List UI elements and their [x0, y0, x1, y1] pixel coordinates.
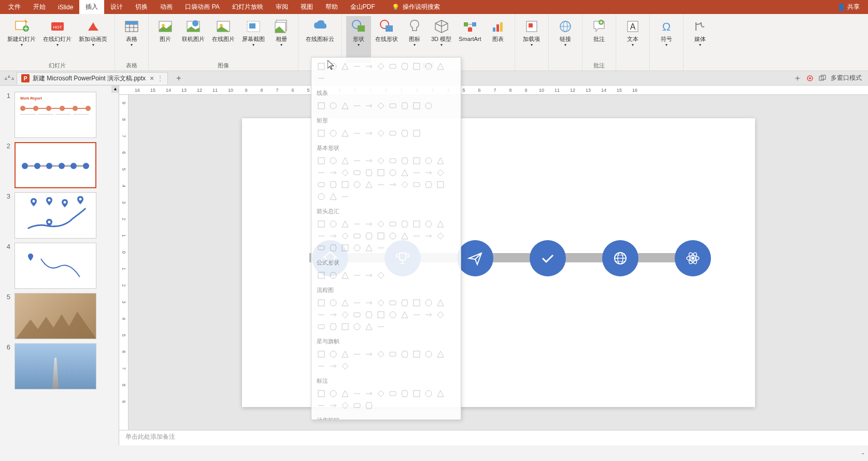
shape-item[interactable]: [375, 348, 387, 360]
shape-item[interactable]: [411, 348, 422, 360]
timeline-circle-4[interactable]: [530, 240, 566, 276]
menu-pocket-anim[interactable]: 口袋动画 PA: [179, 0, 225, 14]
shape-item[interactable]: [435, 297, 446, 309]
shape-item[interactable]: [399, 128, 410, 139]
shape-item[interactable]: [328, 360, 339, 372]
symbols-button[interactable]: Ω 符号 ▾: [654, 16, 679, 63]
shape-item[interactable]: [435, 230, 446, 242]
multi-window-label[interactable]: 多窗口模式: [831, 74, 862, 82]
shape-item[interactable]: [328, 155, 339, 166]
shape-item[interactable]: [339, 100, 351, 111]
shape-item[interactable]: [351, 400, 363, 411]
shape-item[interactable]: [399, 218, 410, 230]
shape-item[interactable]: [328, 230, 339, 242]
shape-item[interactable]: [328, 400, 339, 411]
shape-item[interactable]: [328, 321, 339, 332]
shape-item[interactable]: [387, 167, 399, 178]
shape-item[interactable]: [363, 155, 375, 166]
menu-transitions[interactable]: 切换: [129, 0, 154, 14]
shape-item[interactable]: [339, 360, 351, 372]
shape-item[interactable]: [423, 155, 434, 166]
shape-item[interactable]: [423, 179, 434, 190]
shape-item[interactable]: [375, 100, 387, 111]
shape-item[interactable]: [399, 167, 410, 178]
slide-item-2[interactable]: 2: [0, 140, 119, 190]
media-button[interactable]: 媒体 ▾: [688, 16, 713, 63]
shape-item[interactable]: [387, 230, 399, 242]
shape-item[interactable]: [435, 167, 446, 178]
shape-item[interactable]: [339, 167, 351, 178]
shape-item[interactable]: [328, 297, 339, 309]
shape-item[interactable]: [363, 309, 375, 320]
shape-item[interactable]: [316, 400, 327, 411]
share-button[interactable]: 👤 共享: [831, 3, 866, 11]
shape-item[interactable]: [411, 218, 422, 230]
shape-item[interactable]: [375, 388, 387, 399]
shape-item[interactable]: [316, 388, 327, 399]
shape-item[interactable]: [411, 388, 422, 399]
canvas-wrap[interactable]: [119, 95, 868, 430]
shape-item[interactable]: [387, 297, 399, 309]
menu-view[interactable]: 视图: [294, 0, 319, 14]
shape-item[interactable]: [423, 61, 434, 72]
shape-item[interactable]: [399, 61, 410, 72]
shape-item[interactable]: [411, 309, 422, 320]
shape-item[interactable]: [316, 270, 327, 281]
shape-item[interactable]: [316, 242, 327, 254]
shape-item[interactable]: [375, 179, 387, 190]
slide-item-4[interactable]: 4: [0, 241, 119, 291]
shape-item[interactable]: [399, 348, 410, 360]
new-anim-button[interactable]: 新加动画页 ▾: [76, 16, 110, 63]
help-search[interactable]: 💡 操作说明搜索: [392, 3, 440, 11]
shape-item[interactable]: [328, 100, 339, 111]
shape-item[interactable]: [411, 61, 422, 72]
timeline-circle-6[interactable]: [675, 240, 711, 276]
shape-item[interactable]: [423, 167, 434, 178]
shape-item[interactable]: [387, 388, 399, 399]
shape-item[interactable]: [339, 297, 351, 309]
shape-item[interactable]: [363, 242, 375, 254]
shape-item[interactable]: [435, 388, 446, 399]
shape-item[interactable]: [339, 242, 351, 254]
shape-item[interactable]: [328, 191, 339, 202]
shape-item[interactable]: [351, 348, 363, 360]
shape-item[interactable]: [363, 388, 375, 399]
shape-item[interactable]: [363, 100, 375, 111]
shape-item[interactable]: [339, 400, 351, 411]
shape-item[interactable]: [351, 230, 363, 242]
shape-item[interactable]: [363, 230, 375, 242]
shape-item[interactable]: [387, 61, 399, 72]
shape-item[interactable]: [339, 191, 351, 202]
doc-tab[interactable]: P 新建 Microsoft PowerPoint 演示文稿.pptx × ⋮: [17, 72, 168, 85]
shape-item[interactable]: [351, 128, 363, 139]
shape-item[interactable]: [339, 179, 351, 190]
table-button[interactable]: 表格 ▾: [119, 16, 144, 63]
shape-item[interactable]: [411, 100, 422, 111]
iconcloud-button[interactable]: 在线图标云: [303, 16, 337, 63]
shape-item[interactable]: [435, 218, 446, 230]
shape-item[interactable]: [316, 128, 327, 139]
slide-thumb-4[interactable]: [15, 243, 96, 289]
shape-item[interactable]: [328, 270, 339, 281]
shape-item[interactable]: [375, 309, 387, 320]
shape-item[interactable]: [351, 297, 363, 309]
scroll-up[interactable]: ▴: [111, 86, 119, 93]
menu-design[interactable]: 设计: [104, 0, 129, 14]
sparkle-icon[interactable]: [793, 74, 802, 82]
shape-item[interactable]: [339, 388, 351, 399]
shape-item[interactable]: [316, 100, 327, 111]
shape-item[interactable]: [423, 388, 434, 399]
shape-item[interactable]: [399, 100, 410, 111]
slide-thumb-5[interactable]: [15, 293, 96, 339]
shape-item[interactable]: [363, 270, 375, 281]
shape-item[interactable]: [351, 270, 363, 281]
text-button[interactable]: A 文本 ▾: [620, 16, 645, 63]
shape-item[interactable]: [328, 167, 339, 178]
shape-item[interactable]: [339, 348, 351, 360]
slide-item-6[interactable]: 6: [0, 341, 119, 392]
new-slide-button[interactable]: 新建幻灯片 ▾: [4, 16, 39, 63]
recycle-icon[interactable]: [4, 73, 15, 83]
shape-item[interactable]: [375, 155, 387, 166]
online-pictures-button[interactable]: 联机图片: [179, 16, 208, 63]
shape-item[interactable]: [316, 218, 327, 230]
